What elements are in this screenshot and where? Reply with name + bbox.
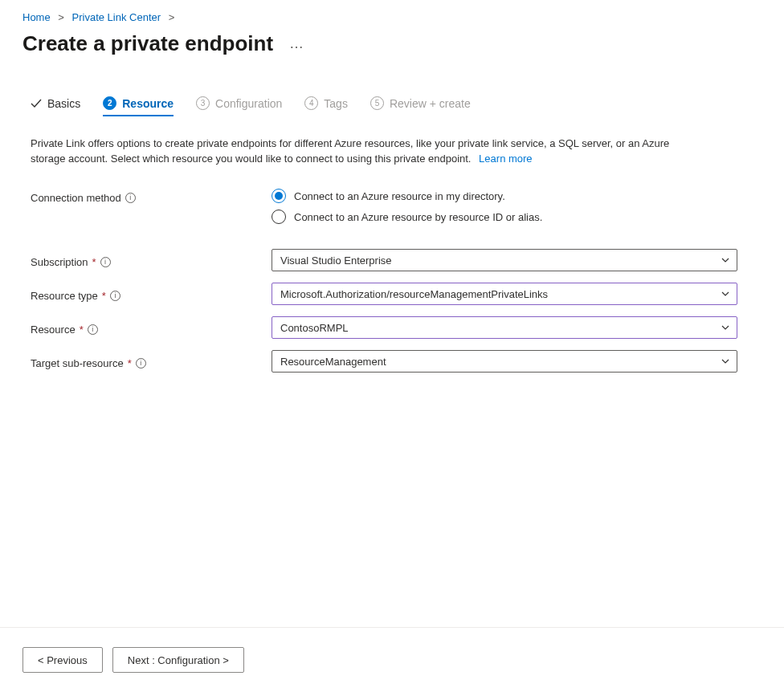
tab-review-label: Review + create [390,97,471,110]
intro-text: Private Link offers options to create pr… [0,128,731,166]
control-resource: ContosoRMPL [272,316,737,339]
breadcrumb-sep: > [169,11,175,23]
label-resource: Resource * i [31,320,272,336]
row-resource-type: Resource type * i Microsoft.Authorizatio… [31,282,753,306]
info-icon[interactable]: i [110,291,120,301]
tab-basics-label: Basics [47,97,80,110]
form: Connection method i Connect to an Azure … [0,166,784,373]
footer: < Previous Next : Configuration > [0,636,784,684]
label-subscription: Subscription * i [31,253,272,268]
chevron-down-icon [721,323,730,332]
required-indicator: * [92,256,96,268]
resource-type-select[interactable]: Microsoft.Authorization/resourceManageme… [272,283,737,305]
radio-icon [272,210,286,224]
required-indicator: * [128,357,132,369]
checkmark-icon [31,98,42,109]
tab-tags[interactable]: 4 Tags [304,96,348,116]
previous-button[interactable]: < Previous [22,647,103,673]
intro-body: Private Link offers options to create pr… [31,137,669,165]
page-title: Create a private endpoint [22,31,273,56]
control-subscription: Visual Studio Enterprise [272,249,737,271]
label-text: Target sub-resource [31,357,124,369]
tab-resource[interactable]: 2 Resource [103,96,174,116]
step-number-icon: 4 [304,96,318,110]
step-number-icon: 2 [103,96,116,110]
chevron-down-icon [721,289,730,299]
footer-divider [0,627,784,628]
select-value: ResourceManagement [280,356,386,368]
more-actions-icon[interactable]: … [289,35,305,52]
step-number-icon: 5 [370,96,384,110]
info-icon[interactable]: i [88,324,98,335]
row-resource: Resource * i ContosoRMPL [31,316,753,340]
row-target-sub-resource: Target sub-resource * i ResourceManageme… [31,349,753,373]
tab-configuration[interactable]: 3 Configuration [196,96,282,116]
chevron-down-icon [721,255,730,265]
breadcrumb-sep: > [58,11,64,23]
select-value: Microsoft.Authorization/resourceManageme… [280,288,548,300]
label-text: Resource [31,324,76,336]
row-connection-method: Connection method i Connect to an Azure … [31,189,753,224]
wizard-tabs: Basics 2 Resource 3 Configuration 4 Tags… [0,96,784,116]
title-row: Create a private endpoint … [0,28,784,75]
breadcrumb-private-link-center[interactable]: Private Link Center [72,11,161,23]
label-text: Subscription [31,256,88,268]
step-number-icon: 3 [196,96,210,110]
label-text: Resource type [31,290,98,302]
breadcrumb-home[interactable]: Home [22,11,51,23]
radio-label: Connect to an Azure resource in my direc… [294,190,505,202]
info-icon[interactable]: i [125,193,136,203]
tab-resource-label: Resource [122,97,174,110]
required-indicator: * [80,324,84,336]
label-connection-method: Connection method i [31,189,272,204]
radio-connect-by-id[interactable]: Connect to an Azure resource by resource… [272,210,737,224]
select-value: Visual Studio Enterprise [280,254,392,267]
tab-tags-label: Tags [324,97,348,110]
info-icon[interactable]: i [136,358,146,368]
radio-connect-in-directory[interactable]: Connect to an Azure resource in my direc… [272,189,737,203]
tab-configuration-label: Configuration [215,97,282,110]
row-subscription: Subscription * i Visual Studio Enterpris… [31,248,753,272]
subscription-select[interactable]: Visual Studio Enterprise [272,249,737,271]
chevron-down-icon [721,356,730,366]
control-resource-type: Microsoft.Authorization/resourceManageme… [272,283,737,305]
label-target-sub-resource: Target sub-resource * i [31,354,272,369]
breadcrumb: Home > Private Link Center > [0,0,784,28]
tab-review-create[interactable]: 5 Review + create [370,96,471,116]
control-connection-method: Connect to an Azure resource in my direc… [272,189,737,224]
required-indicator: * [102,290,106,302]
label-resource-type: Resource type * i [31,287,272,302]
learn-more-link[interactable]: Learn more [479,153,532,165]
tab-basics[interactable]: Basics [31,97,80,116]
target-sub-resource-select[interactable]: ResourceManagement [272,350,737,373]
radio-group-connection-method: Connect to an Azure resource in my direc… [272,189,737,224]
label-text: Connection method [31,192,121,204]
info-icon[interactable]: i [100,257,111,267]
select-value: ContosoRMPL [280,322,349,334]
control-target-sub-resource: ResourceManagement [272,350,737,373]
radio-label: Connect to an Azure resource by resource… [294,211,542,223]
next-configuration-button[interactable]: Next : Configuration > [112,647,244,673]
radio-icon [272,189,286,203]
resource-select[interactable]: ContosoRMPL [272,316,737,339]
